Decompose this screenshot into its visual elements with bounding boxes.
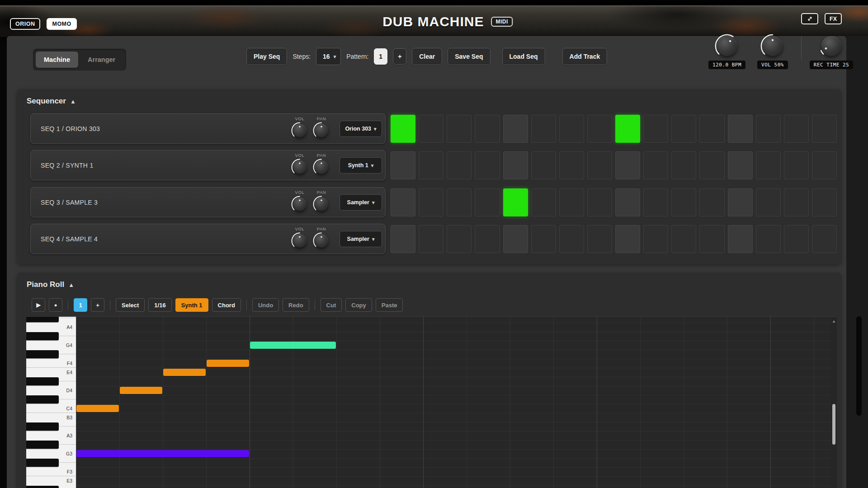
step-cell[interactable]: [587, 151, 612, 179]
step-cell[interactable]: [643, 225, 668, 253]
step-cell[interactable]: [531, 225, 556, 253]
step-cell[interactable]: [615, 115, 640, 143]
step-cell[interactable]: [756, 188, 781, 216]
bpm-knob[interactable]: [714, 33, 740, 59]
black-key[interactable]: [26, 316, 59, 322]
scroll-up-icon[interactable]: ▲: [832, 319, 836, 324]
save-seq-button[interactable]: Save Seq: [448, 48, 490, 65]
pr-instrument-button[interactable]: Synth 1: [175, 298, 208, 312]
step-cell[interactable]: [587, 225, 612, 253]
step-cell[interactable]: [615, 151, 640, 179]
track-pan-knob[interactable]: [312, 232, 330, 250]
step-cell[interactable]: [784, 225, 809, 253]
pr-add-pattern-button[interactable]: +: [91, 298, 104, 312]
step-cell[interactable]: [559, 115, 584, 143]
step-cell[interactable]: [728, 225, 753, 253]
step-cell[interactable]: [503, 151, 528, 179]
white-key[interactable]: F4: [26, 359, 76, 368]
white-key[interactable]: E3: [26, 476, 76, 485]
step-cell[interactable]: [812, 188, 837, 216]
paste-button[interactable]: Paste: [376, 298, 403, 312]
step-cell[interactable]: [391, 188, 415, 216]
play-seq-button[interactable]: Play Seq: [246, 48, 287, 65]
steps-select[interactable]: 16 ▾: [316, 48, 341, 65]
add-pattern-button[interactable]: +: [393, 48, 406, 65]
pattern-1-button[interactable]: 1: [374, 48, 387, 65]
add-track-button[interactable]: Add Track: [562, 48, 608, 65]
step-cell[interactable]: [671, 115, 696, 143]
step-cell[interactable]: [447, 151, 472, 179]
instrument-select[interactable]: Sampler▾: [340, 231, 382, 247]
black-key[interactable]: [26, 441, 59, 449]
black-key-row[interactable]: [26, 458, 76, 467]
tab-arranger[interactable]: Arranger: [80, 52, 123, 68]
black-key[interactable]: [26, 395, 59, 404]
white-key[interactable]: G4: [26, 341, 76, 350]
step-cell[interactable]: [559, 188, 584, 216]
step-cell[interactable]: [756, 151, 781, 179]
track-vol-knob[interactable]: [291, 232, 309, 250]
expand-button[interactable]: [801, 13, 818, 24]
step-cell[interactable]: [699, 151, 724, 179]
step-cell[interactable]: [391, 151, 415, 179]
white-key[interactable]: A3: [26, 431, 76, 440]
step-cell[interactable]: [671, 151, 696, 179]
step-cell[interactable]: [447, 115, 472, 143]
white-key[interactable]: A4: [26, 323, 76, 332]
note-G3[interactable]: [76, 450, 249, 457]
note-D4[interactable]: [120, 387, 162, 394]
black-key-row[interactable]: [26, 395, 76, 404]
white-key[interactable]: B3: [26, 413, 76, 422]
step-cell[interactable]: [531, 115, 556, 143]
step-cell[interactable]: [728, 151, 753, 179]
step-cell[interactable]: [699, 188, 724, 216]
grid-division-button[interactable]: 1/16: [148, 298, 171, 312]
step-cell[interactable]: [503, 225, 528, 253]
instrument-select[interactable]: Synth 1▾: [340, 157, 382, 174]
fx-button[interactable]: FX: [825, 13, 842, 24]
redo-button[interactable]: Redo: [283, 298, 309, 312]
step-cell[interactable]: [784, 151, 809, 179]
step-cell[interactable]: [419, 151, 443, 179]
black-key-row[interactable]: [26, 316, 76, 323]
step-cell[interactable]: [475, 188, 500, 216]
step-cell[interactable]: [587, 188, 612, 216]
step-cell[interactable]: [475, 225, 500, 253]
note-F4[interactable]: [207, 360, 249, 367]
step-cell[interactable]: [419, 115, 443, 143]
step-cell[interactable]: [447, 188, 472, 216]
step-cell[interactable]: [671, 225, 696, 253]
midi-badge[interactable]: MIDI: [491, 17, 512, 27]
black-key-row[interactable]: [26, 422, 76, 431]
step-cell[interactable]: [756, 115, 781, 143]
black-key-row[interactable]: [26, 332, 76, 341]
pr-play-button[interactable]: ▶: [32, 298, 45, 312]
black-key[interactable]: [26, 422, 59, 431]
white-key[interactable]: G3: [26, 449, 76, 458]
step-cell[interactable]: [419, 225, 443, 253]
undo-button[interactable]: Undo: [252, 298, 279, 312]
step-cell[interactable]: [699, 115, 724, 143]
cut-button[interactable]: Cut: [321, 298, 342, 312]
select-tool-button[interactable]: Select: [116, 298, 145, 312]
page-scrollbar-thumb[interactable]: [856, 316, 862, 416]
step-cell[interactable]: [531, 151, 556, 179]
step-cell[interactable]: [728, 188, 753, 216]
copy-button[interactable]: Copy: [345, 298, 372, 312]
step-cell[interactable]: [643, 115, 668, 143]
chord-button[interactable]: Chord: [212, 298, 241, 312]
load-seq-button[interactable]: Load Seq: [502, 48, 545, 65]
pr-pattern-1-button[interactable]: 1: [74, 298, 87, 312]
note-grid[interactable]: [76, 317, 831, 488]
clear-button[interactable]: Clear: [412, 48, 442, 65]
step-cell[interactable]: [503, 188, 528, 216]
step-cell[interactable]: [671, 188, 696, 216]
white-key[interactable]: D4: [26, 386, 76, 395]
step-cell[interactable]: [587, 115, 612, 143]
step-cell[interactable]: [615, 188, 640, 216]
track-pan-knob[interactable]: [312, 195, 330, 213]
rec-time-knob[interactable]: [819, 33, 844, 59]
step-cell[interactable]: [756, 225, 781, 253]
track-pan-knob[interactable]: [312, 158, 330, 176]
note-E4[interactable]: [163, 369, 206, 376]
